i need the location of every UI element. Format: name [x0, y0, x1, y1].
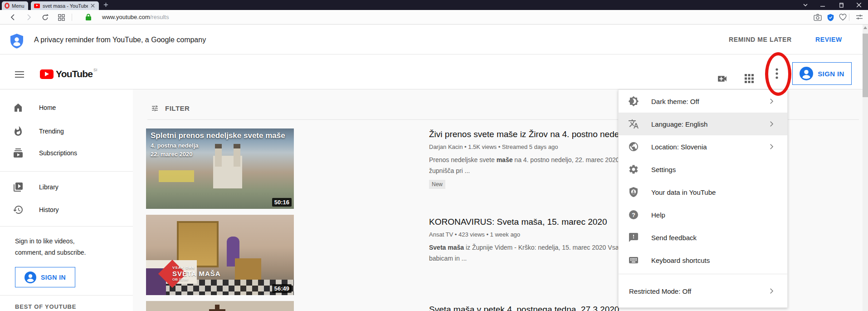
privacy-banner: A privacy reminder from YouTube, a Googl…: [0, 25, 863, 54]
library-icon: [13, 182, 24, 193]
guide-hamburger-button[interactable]: [15, 69, 24, 79]
sidebar-divider-2: [0, 226, 133, 227]
easy-setup-sliders-icon[interactable]: [854, 12, 864, 22]
menu-item-your-data[interactable]: Your data in YouTube: [619, 181, 787, 203]
globe-icon: [628, 141, 639, 152]
subscriptions-icon: [13, 148, 24, 158]
filter-button[interactable]: FILTER: [151, 104, 190, 112]
menu-item-help[interactable]: ? Help: [619, 203, 787, 226]
youtube-header: YouTube SI SIGN IN: [0, 54, 863, 89]
sign-in-prompt: Sign in to like videos, comment, and sub…: [15, 236, 86, 258]
dark-theme-icon: [628, 96, 639, 107]
youtube-logo[interactable]: YouTube SI: [40, 69, 98, 79]
reload-button[interactable]: [40, 12, 50, 22]
toolbar-separator-2: [849, 14, 849, 21]
svg-text:?: ?: [632, 212, 635, 218]
new-tab-button[interactable]: [103, 2, 108, 7]
browser-tab[interactable]: svet masa - YouTube: [31, 1, 99, 10]
home-icon: [13, 102, 24, 113]
menu-item-settings[interactable]: Settings: [619, 158, 787, 181]
youtube-play-icon: [40, 69, 54, 79]
privacy-shield-icon: [10, 34, 23, 49]
opera-menu-label: Menu: [12, 3, 24, 9]
menu-item-restricted-mode[interactable]: Restricted Mode: Off: [619, 280, 787, 302]
browser-tab-bar: Menu svet masa - YouTube: [0, 0, 868, 10]
tab-title: svet masa - YouTube: [43, 3, 88, 9]
country-code: SI: [93, 68, 98, 72]
header-sign-in-label: SIGN IN: [818, 70, 844, 78]
back-button[interactable]: [8, 12, 18, 22]
sidebar-item-library[interactable]: Library: [0, 176, 133, 198]
toolbar-separator: [72, 14, 72, 21]
thumbnail-overlay-line2: 4. postna nedelja: [151, 142, 198, 149]
youtube-wordmark: YouTube: [56, 69, 93, 79]
chevron-right-icon: [767, 143, 775, 151]
duration-badge: 56:49: [272, 284, 292, 293]
new-badge: New: [429, 180, 445, 189]
page-scrollbar[interactable]: [863, 25, 868, 311]
camera-snapshot-icon[interactable]: [813, 12, 823, 22]
privacy-banner-message: A privacy reminder from YouTube, a Googl…: [34, 36, 206, 44]
address-bar[interactable]: www.youtube.com/results: [102, 14, 169, 20]
menu-item-keyboard-shortcuts[interactable]: Keyboard shortcuts: [619, 249, 787, 272]
tab-list-chevron-icon[interactable]: [802, 1, 809, 9]
filter-tune-icon: [151, 104, 159, 112]
sidebar-item-subscriptions[interactable]: Subscriptions: [0, 142, 133, 164]
youtube-apps-icon[interactable]: [745, 74, 754, 85]
menu-divider: [619, 274, 787, 274]
menu-item-language[interactable]: Language: English: [619, 113, 787, 135]
tab-tiles-icon[interactable]: [56, 12, 66, 22]
shield-check-icon[interactable]: [825, 12, 835, 22]
sidebar-item-trending[interactable]: Trending: [0, 120, 133, 142]
sidebar-sign-in-button[interactable]: SIGN IN: [15, 267, 75, 287]
sidebar-item-home[interactable]: Home: [0, 97, 133, 118]
chevron-right-icon: [767, 97, 775, 105]
url-host: www.youtube.com: [102, 14, 150, 20]
scrollbar-thumb[interactable]: [863, 34, 868, 97]
duration-badge: 50:16: [272, 198, 292, 207]
video-meta-1: Darjan Kacin • 1.5K views • Streamed 5 d…: [429, 143, 558, 150]
church-tower-right: [234, 144, 240, 167]
church-tower-left: [215, 144, 222, 167]
sidebar-divider: [0, 171, 133, 172]
ssl-lock-icon[interactable]: [83, 12, 93, 22]
sidebar-item-history[interactable]: History: [0, 199, 133, 221]
thumbnail-overlay-line3: 22. marec 2020: [151, 151, 193, 158]
remind-me-later-button[interactable]: REMIND ME LATER: [729, 36, 792, 43]
youtube-favicon-icon: [34, 4, 40, 8]
keyboard-icon: [628, 255, 639, 266]
minimize-button[interactable]: [819, 1, 826, 9]
settings-dropdown-menu: Dark theme: Off Language: English Locati…: [618, 89, 788, 308]
annotation-red-circle: [765, 52, 791, 96]
video-thumbnail-2[interactable]: VSAK DAN SVETA MAŠA OB 21:00 56:49: [146, 215, 294, 295]
menu-item-send-feedback[interactable]: Send feedback: [619, 226, 787, 249]
thumbnail-yellow-building: [159, 170, 194, 182]
filter-label: FILTER: [165, 104, 190, 112]
avatar-icon: [24, 272, 36, 283]
trending-flame-icon: [13, 126, 24, 137]
video-title-2[interactable]: KORONAVIRUS: Sveta maša, 15. marec 2020: [429, 217, 607, 227]
sidebar-guide: Home Trending Subscriptions Library Hist…: [0, 89, 133, 311]
upload-video-icon[interactable]: [717, 73, 728, 86]
video-thumbnail-3[interactable]: [146, 301, 294, 311]
feedback-icon: [628, 232, 639, 243]
chevron-right-icon: [767, 287, 775, 295]
forward-button[interactable]: [24, 12, 34, 22]
thumbnail-cross-horizontal: [209, 309, 225, 311]
tab-close-icon[interactable]: [91, 4, 95, 8]
menu-item-location[interactable]: Location: Slovenia: [619, 135, 787, 158]
translate-icon: [628, 118, 639, 129]
menu-item-dark-theme[interactable]: Dark theme: Off: [619, 90, 787, 113]
thumbnail-overlay-title: Spletni prenos nedeljske svete maše: [151, 131, 285, 140]
video-thumbnail-1[interactable]: Spletni prenos nedeljske svete maše 4. p…: [146, 128, 294, 209]
video-title-3[interactable]: Sveta maša v petek 4. postnega tedna, 27…: [429, 305, 619, 311]
opera-menu-button[interactable]: Menu: [2, 1, 28, 10]
header-sign-in-button[interactable]: SIGN IN: [792, 62, 852, 85]
maximize-button[interactable]: [837, 1, 844, 9]
scrollbar-up-arrow[interactable]: [863, 26, 867, 29]
diamond-badge-text: VSAK DAN SVETA MAŠA OB 21:00: [172, 266, 221, 281]
close-button[interactable]: [855, 1, 863, 9]
review-button[interactable]: REVIEW: [815, 36, 842, 43]
heart-bookmark-icon[interactable]: [838, 12, 848, 22]
avatar-icon: [800, 67, 813, 80]
